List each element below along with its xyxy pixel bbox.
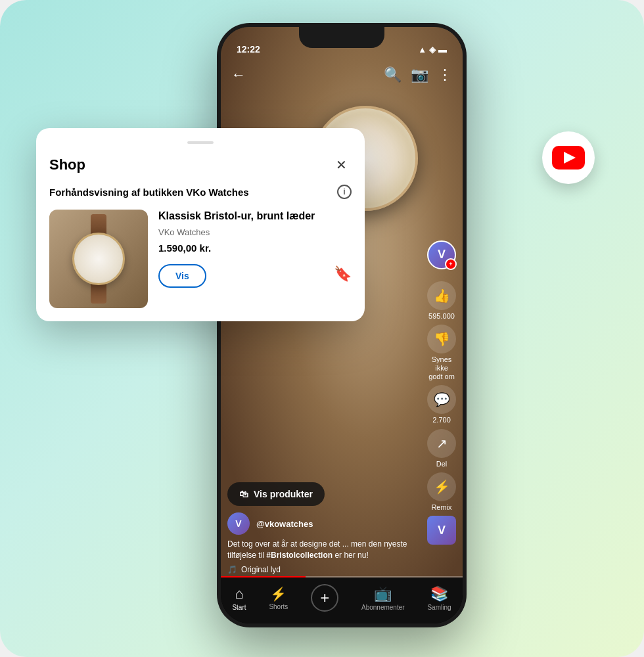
music-icon: 🎵 bbox=[227, 565, 237, 574]
bookmark-icon[interactable]: 🔖 bbox=[334, 265, 352, 283]
product-price: 1.590,00 kr. bbox=[158, 242, 352, 254]
comment-icon: 💬 bbox=[427, 385, 456, 414]
side-actions: V + 👍 595.000 👎 Synesikkegodt om bbox=[427, 240, 456, 545]
nav-label-shorts: Shorts bbox=[269, 603, 288, 610]
youtube-play-icon bbox=[552, 146, 585, 170]
store-name-text: Forhåndsvisning af butikken VKo Watches bbox=[49, 187, 249, 198]
nav-right-icons: 🔍 📷 ⋮ bbox=[384, 66, 452, 83]
remix-icon: ⚡ bbox=[427, 472, 456, 501]
product-name: Klassisk Bristol-ur, brunt læder bbox=[158, 210, 352, 223]
like-icon: 👍 bbox=[427, 281, 456, 310]
audio-row: 🎵 Original lyd bbox=[227, 565, 420, 574]
comment-button[interactable]: 💬 2.700 bbox=[427, 385, 456, 424]
share-label: Del bbox=[436, 460, 448, 468]
watch-face bbox=[72, 233, 125, 285]
phone-notch bbox=[299, 27, 384, 48]
close-button[interactable]: ✕ bbox=[331, 154, 352, 175]
create-plus-button: + bbox=[311, 584, 338, 612]
nav-label-library: Samling bbox=[427, 604, 451, 611]
vis-button[interactable]: Vis bbox=[158, 264, 206, 288]
bottom-info: 🛍 Vis produkter V @vkowatches Det tog ov… bbox=[227, 482, 420, 574]
shopping-bag-icon: 🛍 bbox=[239, 489, 248, 499]
dislike-icon: 👎 bbox=[427, 325, 456, 353]
more-options-icon[interactable]: ⋮ bbox=[438, 66, 452, 83]
drag-handle bbox=[187, 141, 214, 144]
vis-produkter-button[interactable]: 🛍 Vis produkter bbox=[227, 482, 325, 506]
phone-frame: 12:22 ▲ ◈ ▬ ← 🔍 📷 ⋮ bbox=[217, 23, 467, 627]
watch-strap-top bbox=[91, 214, 106, 234]
remix-button[interactable]: ⚡ Remix bbox=[427, 472, 456, 512]
wifi-icon: ◈ bbox=[429, 45, 436, 55]
nav-item-create[interactable]: + bbox=[311, 584, 338, 612]
audio-label: Original lyd bbox=[241, 565, 281, 574]
top-nav: ← 🔍 📷 ⋮ bbox=[221, 58, 463, 91]
search-icon[interactable]: 🔍 bbox=[384, 66, 402, 83]
status-time: 12:22 bbox=[237, 44, 260, 55]
comment-count: 2.700 bbox=[432, 416, 451, 424]
channel-row: V @vkowatches bbox=[227, 512, 420, 535]
channel-handle: @vkowatches bbox=[256, 519, 313, 529]
channel-bottom-avatar[interactable]: V bbox=[427, 516, 456, 545]
home-icon: ⌂ bbox=[235, 585, 243, 602]
product-actions: Vis 🔖 bbox=[158, 264, 352, 288]
nav-item-start[interactable]: ⌂ Start bbox=[232, 585, 246, 611]
subscriptions-icon: 📺 bbox=[374, 585, 392, 602]
dislike-button[interactable]: 👎 Synesikkegodt om bbox=[427, 325, 456, 382]
camera-icon[interactable]: 📷 bbox=[411, 66, 428, 83]
like-count: 595.000 bbox=[428, 312, 455, 321]
share-icon: ↗ bbox=[427, 429, 456, 458]
channel-avatar: V + bbox=[427, 240, 456, 269]
youtube-logo-bubble bbox=[542, 131, 595, 184]
bottom-nav: ⌂ Start ⚡ Shorts + 📺 Abonnementer 📚 Saml… bbox=[221, 578, 463, 623]
shop-title: Shop bbox=[49, 156, 85, 173]
video-description: Det tog over at år at designe det ... me… bbox=[227, 539, 420, 561]
product-brand: VKo Watches bbox=[158, 227, 352, 237]
back-button[interactable]: ← bbox=[231, 66, 246, 83]
vis-produkter-label: Vis produkter bbox=[254, 489, 313, 499]
channel-avatar-action[interactable]: V + bbox=[427, 240, 456, 269]
nav-label-subscriptions: Abonnementer bbox=[361, 604, 405, 611]
nav-item-library[interactable]: 📚 Samling bbox=[427, 585, 451, 611]
share-button[interactable]: ↗ Del bbox=[427, 429, 456, 468]
product-info: Klassisk Bristol-ur, brunt læder VKo Wat… bbox=[158, 210, 352, 288]
dislike-label: Synesikkegodt om bbox=[428, 355, 455, 382]
channel-logo-square: V bbox=[427, 516, 456, 545]
like-button[interactable]: 👍 595.000 bbox=[427, 281, 456, 321]
info-icon[interactable]: i bbox=[337, 185, 352, 199]
youtube-triangle bbox=[564, 152, 576, 164]
shop-panel: Shop ✕ Forhåndsvisning af butikken VKo W… bbox=[36, 128, 365, 321]
scene: Shop ✕ Forhåndsvisning af butikken VKo W… bbox=[0, 0, 644, 657]
hashtag: #Bristolcollection bbox=[266, 551, 333, 560]
nav-item-subscriptions[interactable]: 📺 Abonnementer bbox=[361, 585, 405, 611]
shorts-icon: ⚡ bbox=[270, 586, 287, 602]
nav-label-start: Start bbox=[232, 604, 246, 611]
signal-icon: ▲ bbox=[418, 45, 426, 55]
battery-icon: ▬ bbox=[438, 45, 447, 55]
watch-strap-bottom bbox=[91, 284, 106, 304]
remix-label: Remix bbox=[431, 503, 451, 512]
product-image bbox=[49, 210, 148, 308]
library-icon: 📚 bbox=[430, 585, 448, 602]
nav-item-shorts[interactable]: ⚡ Shorts bbox=[269, 586, 288, 610]
store-name-row: Forhåndsvisning af butikken VKo Watches … bbox=[49, 185, 352, 199]
channel-avatar-small: V bbox=[227, 512, 250, 535]
watch-illustration bbox=[72, 214, 125, 304]
shop-header: Shop ✕ bbox=[49, 154, 352, 175]
status-icons: ▲ ◈ ▬ bbox=[418, 45, 447, 55]
subscribe-dot: + bbox=[445, 258, 457, 270]
phone-inner: 12:22 ▲ ◈ ▬ ← 🔍 📷 ⋮ bbox=[221, 27, 463, 623]
product-card: Klassisk Bristol-ur, brunt læder VKo Wat… bbox=[49, 210, 352, 308]
